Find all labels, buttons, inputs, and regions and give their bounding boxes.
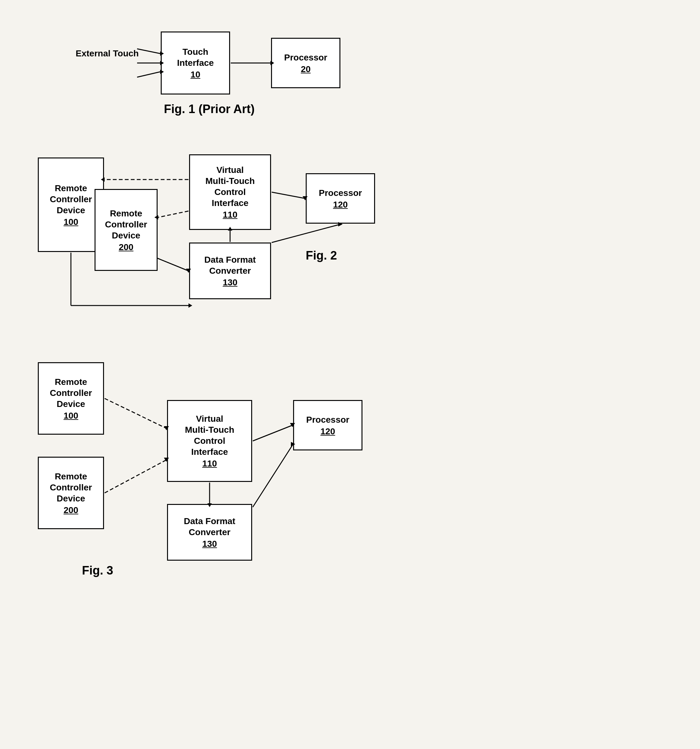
dfc-title-fig3: Data FormatConverter bbox=[184, 516, 235, 538]
fig1-diagram: External Touch TouchInterface 10 Process… bbox=[76, 22, 700, 129]
vmtci-box-fig3: VirtualMulti-TouchControlInterface 110 bbox=[167, 400, 252, 482]
remote-100-title-fig2: RemoteControllerDevice bbox=[50, 183, 92, 216]
vmtci-number-fig3: 110 bbox=[202, 459, 217, 469]
processor-title-fig3: Processor bbox=[306, 414, 349, 425]
svg-line-23 bbox=[105, 399, 166, 428]
svg-marker-16 bbox=[188, 303, 192, 308]
vmtci-title-fig3: VirtualMulti-TouchControlInterface bbox=[185, 413, 234, 457]
processor-title-fig1: Processor bbox=[284, 52, 328, 63]
remote-100-box-fig2: RemoteControllerDevice 100 bbox=[38, 157, 104, 252]
remote-200-number-fig2: 200 bbox=[119, 242, 134, 252]
touch-interface-box: TouchInterface 10 bbox=[161, 32, 230, 95]
dfc-number-fig2: 130 bbox=[223, 278, 237, 287]
svg-line-31 bbox=[253, 425, 293, 441]
external-touch-label: External Touch bbox=[76, 47, 139, 60]
remote-100-title-fig3: RemoteControllerDevice bbox=[50, 376, 92, 410]
svg-line-0 bbox=[137, 49, 160, 54]
remote-100-number-fig3: 100 bbox=[64, 411, 78, 421]
fig3-label: Fig. 3 bbox=[82, 564, 113, 577]
remote-100-number-fig2: 100 bbox=[64, 217, 78, 227]
processor-box-fig1: Processor 20 bbox=[271, 38, 340, 88]
remote-200-box-fig2: RemoteControllerDevice 200 bbox=[95, 189, 158, 271]
touch-interface-title: TouchInterface bbox=[177, 46, 214, 68]
processor-title-fig2: Processor bbox=[319, 187, 362, 199]
fig3-arrows bbox=[32, 356, 700, 595]
remote-200-title-fig3: RemoteControllerDevice bbox=[50, 471, 92, 504]
svg-line-4 bbox=[137, 72, 160, 77]
dfc-number-fig3: 130 bbox=[202, 539, 217, 549]
svg-line-21 bbox=[272, 192, 305, 199]
fig1-label: Fig. 1 (Prior Art) bbox=[164, 102, 255, 116]
dfc-box-fig2: Data FormatConverter 130 bbox=[189, 243, 271, 299]
remote-200-number-fig3: 200 bbox=[64, 505, 78, 515]
svg-line-29 bbox=[253, 444, 293, 507]
remote-200-title-fig2: RemoteControllerDevice bbox=[105, 208, 147, 241]
processor-number-fig3: 120 bbox=[320, 426, 335, 437]
remote-100-box-fig3: RemoteControllerDevice 100 bbox=[38, 362, 104, 435]
svg-line-25 bbox=[105, 460, 166, 493]
processor-box-fig3: Processor 120 bbox=[293, 400, 363, 450]
processor-box-fig2: Processor 120 bbox=[306, 173, 375, 224]
vmtci-box-fig2: VirtualMulti-TouchControlInterface 110 bbox=[189, 154, 271, 230]
fig2-diagram: RemoteControllerDevice 100 RemoteControl… bbox=[32, 148, 700, 337]
page: External Touch TouchInterface 10 Process… bbox=[0, 0, 700, 749]
svg-line-17 bbox=[272, 224, 340, 243]
svg-line-12 bbox=[158, 258, 188, 271]
processor-number-fig1: 20 bbox=[301, 64, 311, 74]
vmtci-title-fig2: VirtualMulti-TouchControlInterface bbox=[205, 164, 255, 208]
vmtci-number-fig2: 110 bbox=[223, 210, 237, 220]
dfc-title-fig2: Data FormatConverter bbox=[204, 254, 256, 276]
dfc-box-fig3: Data FormatConverter 130 bbox=[167, 504, 252, 561]
svg-line-10 bbox=[158, 211, 188, 217]
remote-200-box-fig3: RemoteControllerDevice 200 bbox=[38, 457, 104, 529]
processor-number-fig2: 120 bbox=[333, 200, 348, 210]
touch-interface-number: 10 bbox=[190, 70, 200, 80]
fig3-diagram: RemoteControllerDevice 100 RemoteControl… bbox=[32, 356, 700, 595]
fig2-label: Fig. 2 bbox=[306, 249, 337, 262]
